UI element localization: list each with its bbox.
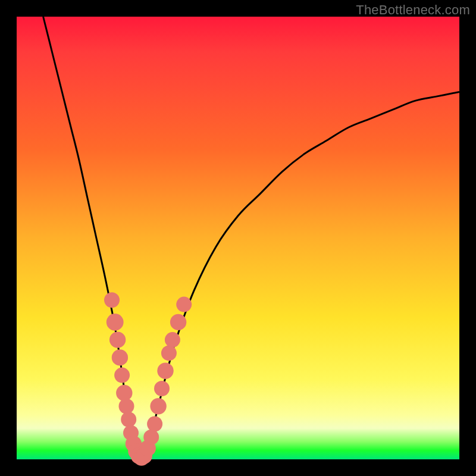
data-dot	[143, 430, 159, 445]
data-dot	[114, 368, 130, 383]
data-dot	[112, 349, 128, 365]
data-dot	[119, 399, 134, 414]
data-dots	[104, 292, 192, 466]
chart-svg	[17, 17, 459, 459]
data-dot	[150, 398, 166, 414]
data-dot	[176, 297, 192, 312]
plot-area	[17, 17, 459, 459]
data-dot	[121, 412, 136, 427]
data-dot	[116, 385, 132, 401]
data-dot	[165, 332, 180, 347]
data-dot	[107, 314, 124, 331]
data-dot	[109, 331, 126, 347]
watermark-text: TheBottleneck.com	[356, 2, 470, 18]
data-dot	[161, 345, 177, 361]
bottleneck-curve	[43, 17, 459, 459]
data-dot	[104, 292, 120, 308]
data-dot	[147, 416, 162, 432]
chart-frame: TheBottleneck.com	[0, 0, 476, 476]
data-dot	[170, 314, 186, 330]
data-dot	[157, 363, 173, 379]
data-dot	[154, 381, 170, 396]
